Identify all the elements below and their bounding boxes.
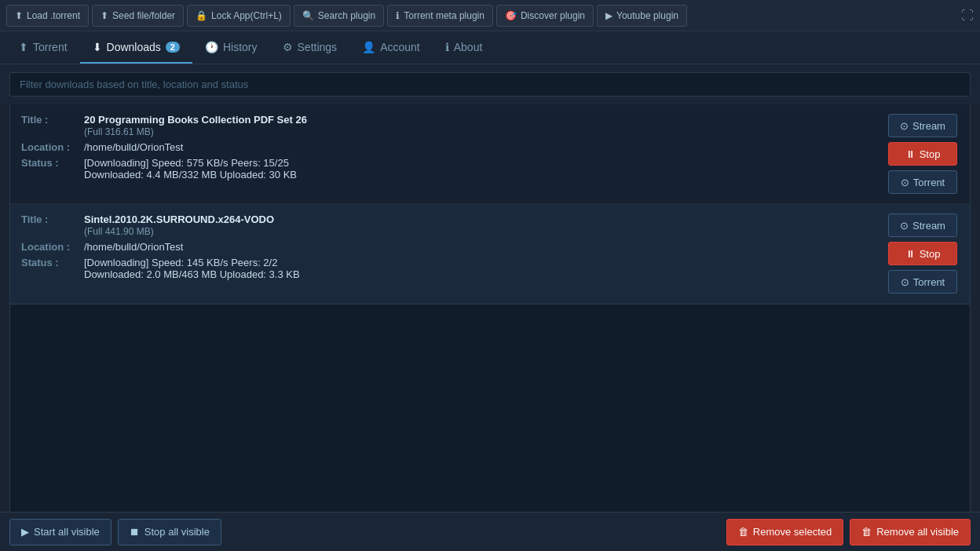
downloads-list: Title : 20 Programming Books Collection … [9,104,971,305]
bottom-right-actions: 🗑 Remove selected 🗑 Remove all visible [726,519,971,546]
torrent-button-1[interactable]: ⊙ Torrent [888,170,957,194]
downloads-tab-label: Downloads [107,41,161,53]
title-text-1: 20 Programming Books Collection PDF Set … [84,114,307,126]
remove-all-visible-label: Remove all visible [876,526,959,538]
stream-button-1[interactable]: ⊙ Stream [888,114,957,137]
load-torrent-button[interactable]: ⬆ Load .torrent [6,5,89,27]
tab-torrent[interactable]: ⬆ Torrent [6,31,80,64]
downloads-badge: 2 [166,42,180,53]
torrent-label-1: Torrent [913,177,945,188]
stop-icon-1: ⏸ [905,148,916,160]
remove-all-visible-button[interactable]: 🗑 Remove all visible [850,519,971,546]
stream-label-1: Stream [912,120,945,132]
start-all-visible-button[interactable]: ▶ Start all visible [9,519,112,546]
youtube-icon: ▶ [605,10,612,21]
status-label-2: Status : [21,257,84,268]
search-plugin-label: Search plugin [318,10,375,21]
download-info-1: Title : 20 Programming Books Collection … [21,114,876,194]
tab-account[interactable]: 👤 Account [349,31,433,64]
stop-icon-2: ⏸ [905,248,916,260]
location-label-1: Location : [21,141,84,153]
settings-tab-label: Settings [298,41,338,53]
discover-plugin-button[interactable]: 🎯 Discover plugin [496,5,594,27]
seed-file-label: Seed file/folder [112,10,175,21]
stop-button-1[interactable]: ⏸ Stop [888,142,957,166]
downloads-tab-icon: ⬇ [93,41,102,53]
torrent-tab-icon: ⬆ [19,41,28,53]
torrent-tab-label: Torrent [33,41,68,53]
title-row-2: Title : Sintel.2010.2K.SURROUND.x264-VOD… [21,213,876,237]
tab-about[interactable]: ℹ About [433,31,495,64]
nav-tabs: ⬆ Torrent ⬇ Downloads 2 🕐 History ⚙ Sett… [0,31,980,64]
upload-icon: ⬆ [15,10,23,21]
discover-icon: 🎯 [505,10,517,21]
status-line2-2: Downloaded: 2.0 MB/463 MB Uploaded: 3.3 … [84,268,300,280]
stream-button-2[interactable]: ⊙ Stream [888,213,957,237]
stream-icon-2: ⊙ [900,220,909,232]
title-value-2: Sintel.2010.2K.SURROUND.x264-VODO (Full … [84,213,274,237]
search-plugin-button[interactable]: 🔍 Search plugin [294,5,384,27]
start-all-visible-label: Start all visible [34,526,100,538]
bottom-toolbar: ▶ Start all visible ⏹ Stop all visible 🗑… [0,512,980,551]
tab-downloads[interactable]: ⬇ Downloads 2 [80,31,192,64]
tab-history[interactable]: 🕐 History [192,31,270,64]
history-tab-icon: 🕐 [205,41,218,53]
torrent-label-2: Torrent [913,276,945,288]
title-value-1: 20 Programming Books Collection PDF Set … [84,114,307,137]
about-tab-label: About [454,41,483,53]
title-row-1: Title : 20 Programming Books Collection … [21,114,876,137]
status-row-1: Status : [Downloading] Speed: 575 KB/s P… [21,157,876,181]
download-item-1: Title : 20 Programming Books Collection … [10,104,970,204]
location-value-2: /home/bulld/OrionTest [84,241,183,253]
stop-label-2: Stop [920,248,941,260]
toolbar: ⬆ Load .torrent ⬆ Seed file/folder 🔒 Loc… [0,0,980,31]
tab-settings[interactable]: ⚙ Settings [270,31,350,64]
account-tab-label: Account [380,41,420,53]
history-tab-label: History [223,41,258,53]
subtitle-2: (Full 441.90 MB) [84,226,154,237]
status-row-2: Status : [Downloading] Speed: 145 KB/s P… [21,257,876,280]
torrent-meta-button[interactable]: ℹ Torrent meta plugin [387,5,493,27]
app-window: ⬆ Load .torrent ⬆ Seed file/folder 🔒 Loc… [0,0,980,551]
stream-icon-1: ⊙ [900,120,909,132]
title-text-2: Sintel.2010.2K.SURROUND.x264-VODO [84,213,274,225]
play-icon: ▶ [21,526,29,538]
remove-all-icon: 🗑 [861,526,872,538]
download-info-2: Title : Sintel.2010.2K.SURROUND.x264-VOD… [21,213,876,294]
about-tab-icon: ℹ [445,41,449,53]
torrent-button-2[interactable]: ⊙ Torrent [888,270,957,294]
status-line1-1: [Downloading] Speed: 575 KB/s Peers: 15/… [84,157,289,169]
youtube-plugin-label: Youtube plugin [616,10,678,21]
resize-icon: ⛶ [961,9,974,23]
lock-app-button[interactable]: 🔒 Lock App(Ctrl+L) [187,5,291,27]
status-value-1: [Downloading] Speed: 575 KB/s Peers: 15/… [84,157,297,181]
stop-all-visible-label: Stop all visible [144,526,210,538]
status-line2-1: Downloaded: 4.4 MB/332 MB Uploaded: 30 K… [84,169,297,181]
filter-input[interactable] [9,72,971,97]
discover-plugin-label: Discover plugin [521,10,585,21]
remove-selected-button[interactable]: 🗑 Remove selected [726,519,843,546]
torrent-meta-label: Torrent meta plugin [404,10,485,21]
torrent-icon-1: ⊙ [901,177,909,188]
download-actions-1: ⊙ Stream ⏸ Stop ⊙ Torrent [888,114,959,194]
stream-label-2: Stream [912,220,945,232]
filter-bar [0,64,980,104]
location-row-1: Location : /home/bulld/OrionTest [21,141,876,153]
seed-icon: ⬆ [101,10,108,21]
location-value-1: /home/bulld/OrionTest [84,141,183,153]
seed-file-button[interactable]: ⬆ Seed file/folder [92,5,184,27]
stop-button-2[interactable]: ⏸ Stop [888,242,957,265]
download-item-2: Title : Sintel.2010.2K.SURROUND.x264-VOD… [10,204,970,304]
stop-all-icon: ⏹ [130,526,140,538]
info-icon: ℹ [396,10,400,21]
status-label-1: Status : [21,157,84,169]
lock-icon: 🔒 [196,10,207,21]
search-icon: 🔍 [302,10,314,21]
stop-all-visible-button[interactable]: ⏹ Stop all visible [118,519,221,546]
remove-selected-icon: 🗑 [738,526,748,538]
title-label-1: Title : [21,114,84,126]
status-value-2: [Downloading] Speed: 145 KB/s Peers: 2/2… [84,257,300,280]
youtube-plugin-button[interactable]: ▶ Youtube plugin [597,5,687,27]
title-label-2: Title : [21,213,84,225]
stop-label-1: Stop [920,148,941,160]
